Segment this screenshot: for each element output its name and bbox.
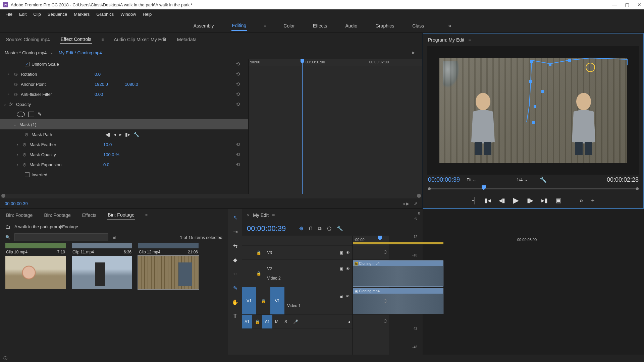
twirl-icon[interactable]: ›	[17, 153, 23, 157]
overflow-icon[interactable]: »	[580, 197, 583, 204]
twirl-icon[interactable]: ›	[8, 92, 14, 96]
uniform-scale-checkbox[interactable]: ✓	[25, 62, 30, 66]
eye-icon[interactable]: 👁	[346, 294, 350, 299]
stopwatch-icon[interactable]: ◷	[14, 72, 21, 76]
timeline-ruler[interactable]: :00:00 00:00:05:00	[353, 236, 389, 246]
stopwatch-icon[interactable]: ◷	[23, 142, 30, 147]
eye-icon[interactable]: 👁	[346, 250, 350, 255]
track-label[interactable]: V2	[267, 266, 272, 271]
twirl-icon[interactable]: ›	[17, 163, 23, 167]
lock-icon[interactable]: 🔒	[255, 319, 260, 324]
effect-playhead[interactable]	[302, 59, 303, 194]
timeline-timecode[interactable]: 00:00:00:39	[247, 224, 286, 233]
twirl-icon[interactable]: ›	[8, 72, 14, 76]
slip-tool-icon[interactable]: ↔	[230, 269, 240, 279]
track-forward-one-icon[interactable]: ▮▸	[125, 132, 130, 137]
workspace-class[interactable]: Class	[412, 21, 425, 31]
export-icon[interactable]: ⬀	[414, 201, 418, 206]
source-patch-a1[interactable]: A1	[242, 315, 252, 328]
wrench-icon[interactable]: 🔧	[337, 226, 343, 232]
reset-icon[interactable]: ⟲	[236, 101, 240, 107]
collapse-icon[interactable]: ◂	[348, 319, 350, 324]
stopwatch-icon[interactable]: ◷	[23, 152, 30, 157]
zoom-fit-dropdown[interactable]: Fit ⌄	[467, 177, 476, 182]
step-forward-icon[interactable]: ▮▸	[527, 197, 533, 204]
wrench-icon[interactable]: 🔧	[540, 176, 547, 183]
menu-window[interactable]: Window	[118, 11, 139, 17]
track-back-icon[interactable]: ◂	[114, 132, 116, 137]
menu-clip[interactable]: Clip	[31, 11, 43, 17]
clip-v1[interactable]: ▣ Cloning.mp4	[353, 288, 443, 314]
sync-lock-icon[interactable]: ▣	[339, 250, 343, 255]
sequence-clip-label[interactable]: My Edit * Cloning.mp4	[59, 50, 102, 55]
reset-icon[interactable]: ⟲	[236, 61, 240, 67]
track-select-tool-icon[interactable]: ⇥	[230, 227, 240, 236]
rotation-value[interactable]: 0.0	[95, 72, 125, 77]
menu-sequence[interactable]: Sequence	[45, 11, 70, 17]
track-label[interactable]: V3	[267, 250, 272, 255]
tab-source[interactable]: Source: Cloning.mp4	[5, 36, 51, 44]
workspace-editing[interactable]: Editing	[231, 21, 247, 31]
program-video-viewport[interactable]	[427, 46, 639, 175]
pen-mask-icon[interactable]: ✎	[38, 111, 42, 117]
tab-effect-controls[interactable]: Effect Controls	[60, 35, 92, 44]
go-to-out-icon[interactable]: ▸▮	[541, 197, 548, 204]
mute-toggle[interactable]: M	[275, 319, 278, 324]
go-to-in-icon[interactable]: ▮◂	[484, 197, 491, 204]
add-button-icon[interactable]: +	[591, 197, 595, 204]
twirl-icon[interactable]: ⌄	[3, 102, 9, 107]
close-tab-icon[interactable]: ×	[247, 213, 250, 218]
inverted-checkbox[interactable]	[25, 172, 30, 177]
bin-item[interactable]: Clip 12.mp421:06	[138, 243, 199, 289]
linked-selection-icon[interactable]: ⧉	[318, 226, 322, 232]
lock-icon[interactable]: 🔒	[256, 271, 261, 276]
play-icon[interactable]: ▶	[513, 196, 519, 205]
panel-menu-icon[interactable]: ≡	[272, 213, 275, 218]
track-target-v1[interactable]: V1	[270, 287, 284, 314]
bin-item[interactable]: Clip 10.mp47:10	[5, 243, 66, 289]
minimize-button[interactable]: —	[612, 2, 617, 7]
workspace-effects[interactable]: Effects	[312, 21, 328, 31]
close-button[interactable]: ✕	[637, 2, 641, 7]
hand-tool-icon[interactable]: ✋	[230, 297, 240, 307]
playback-resolution-dropdown[interactable]: 1/4 ⌄	[517, 177, 528, 182]
twirl-icon[interactable]: ›	[17, 142, 23, 146]
reset-icon[interactable]: ⟲	[236, 162, 240, 168]
antiflicker-value[interactable]: 0.00	[95, 92, 125, 97]
workspace-overflow[interactable]: »	[448, 23, 451, 29]
tab-audio-clip-mixer[interactable]: Audio Clip Mixer: My Edit	[113, 36, 167, 44]
clip-v2[interactable]: fxCloning.mp4	[353, 260, 443, 287]
effect-timeline[interactable]: :00:00 00:00:01:00 00:00:02:00	[248, 59, 422, 194]
mask-expansion-value[interactable]: 0.0	[103, 162, 133, 167]
stopwatch-icon[interactable]: ◷	[14, 92, 21, 97]
snap-icon[interactable]: ❊	[299, 226, 304, 232]
workspace-color[interactable]: Color	[283, 21, 295, 31]
reset-icon[interactable]: ⟲	[236, 141, 240, 147]
tab-bin-footage-2[interactable]: Bin: Footage	[43, 211, 71, 219]
lift-icon[interactable]: ▣	[556, 197, 561, 204]
workspace-assembly[interactable]: Assembly	[193, 21, 215, 31]
tab-metadata[interactable]: Metadata	[176, 36, 197, 44]
mask-feather-value[interactable]: 10.0	[103, 142, 133, 147]
reset-icon[interactable]: ⟲	[236, 91, 240, 97]
lock-icon[interactable]: 🔒	[261, 299, 266, 303]
bin-item[interactable]: Clip 11.mp46:36	[72, 243, 132, 289]
mask-opacity-value[interactable]: 100.0 %	[103, 152, 133, 157]
bin-path-label[interactable]: A walk in the park.prproj\Footage	[14, 224, 78, 229]
ellipse-mask-icon[interactable]	[17, 112, 25, 117]
menu-markers[interactable]: Markers	[71, 11, 92, 17]
source-patch-v1[interactable]: V1	[242, 287, 256, 314]
menu-edit[interactable]: Edit	[16, 11, 29, 17]
reset-icon[interactable]: ⟲	[236, 152, 240, 158]
bin-icon[interactable]: 🗀	[5, 224, 10, 230]
program-scrubber[interactable]	[428, 185, 639, 193]
sequence-name[interactable]: My Edit	[253, 213, 269, 218]
mic-icon[interactable]: 🎤	[293, 319, 298, 324]
step-back-icon[interactable]: ◂▮	[499, 197, 505, 204]
mask-label[interactable]: Mask (1)	[19, 122, 93, 127]
menu-help[interactable]: Help	[140, 11, 155, 17]
program-current-timecode[interactable]: 00:00:00:39	[428, 176, 460, 183]
workspace-graphics[interactable]: Graphics	[375, 21, 395, 31]
reset-icon[interactable]: ⟲	[236, 81, 240, 87]
solo-toggle[interactable]: S	[284, 319, 287, 324]
